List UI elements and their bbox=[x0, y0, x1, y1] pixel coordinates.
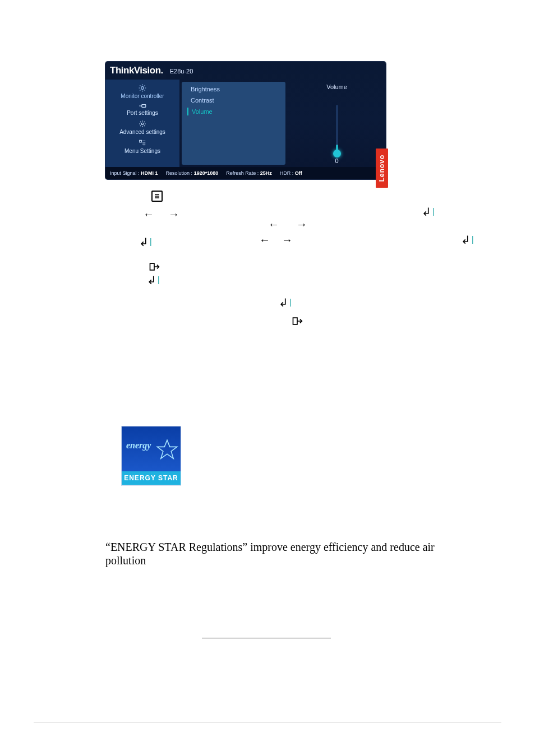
exit-key-icon bbox=[149, 262, 160, 274]
osd-sub-contrast[interactable]: Contrast bbox=[187, 96, 280, 104]
arrow-right-icon: → bbox=[296, 219, 307, 230]
gear-icon bbox=[108, 120, 177, 128]
arrow-left-icon: ← bbox=[259, 234, 270, 245]
enter-key-icon: ↲ bbox=[422, 206, 431, 217]
energy-star-script: energy bbox=[126, 441, 151, 450]
page-footer-rule bbox=[34, 722, 501, 722]
tick-mark: | bbox=[289, 298, 292, 306]
svg-line-7 bbox=[140, 90, 140, 91]
osd-volume-label: Volume bbox=[326, 83, 347, 91]
arrow-left-icon: ← bbox=[143, 208, 154, 220]
osd-volume-panel: Volume 0 bbox=[288, 80, 386, 167]
section-underline bbox=[202, 638, 331, 638]
osd-status-input: Input Signal : HDMI 1 bbox=[110, 167, 158, 179]
menu-icon bbox=[108, 139, 177, 147]
volume-slider-knob[interactable] bbox=[333, 150, 341, 157]
lenovo-tag: Lenovo bbox=[376, 149, 388, 188]
port-icon bbox=[108, 103, 177, 109]
osd-sub-volume[interactable]: Volume bbox=[187, 108, 280, 115]
arrow-right-icon: → bbox=[168, 208, 179, 220]
exit-key-icon bbox=[292, 316, 303, 328]
lenovo-tag-label: Lenovo bbox=[379, 155, 385, 182]
osd-status-bar: Input Signal : HDMI 1 Resolution : 1920*… bbox=[105, 167, 386, 179]
arrow-left-icon: ← bbox=[268, 219, 279, 230]
osd-sidebar: Monitor controller Port settings Advance… bbox=[105, 80, 179, 167]
osd-sidebar-menu-settings[interactable]: Menu Settings bbox=[108, 139, 177, 155]
svg-point-0 bbox=[141, 87, 144, 90]
monitor-osd-photo: ThinkVision. E28u-20 Monitor controller … bbox=[105, 62, 386, 179]
tick-mark: | bbox=[432, 207, 435, 215]
osd-sidebar-monitor-controller[interactable]: Monitor controller bbox=[108, 84, 177, 100]
body-text: “ENERGY STAR Regulations” improve energy… bbox=[105, 540, 453, 567]
osd-brand: ThinkVision. bbox=[110, 64, 163, 77]
osd-status-res: Resolution : 1920*1080 bbox=[166, 167, 219, 179]
svg-line-8 bbox=[145, 85, 145, 86]
energy-star-logo: energy ENERGY STAR bbox=[121, 426, 181, 486]
enter-key-icon: ↲ bbox=[139, 236, 149, 248]
osd-volume-value: 0 bbox=[335, 157, 338, 165]
key-menu-icon bbox=[151, 191, 163, 202]
enter-key-icon: ↲ bbox=[147, 275, 156, 286]
osd-model: E28u-20 bbox=[170, 65, 193, 77]
osd-sidebar-label: Port settings bbox=[108, 110, 177, 117]
svg-rect-9 bbox=[142, 105, 146, 108]
svg-point-11 bbox=[141, 123, 144, 125]
energy-star-bar: ENERGY STAR bbox=[122, 471, 181, 485]
tick-mark: | bbox=[472, 235, 474, 243]
osd-sidebar-label: Menu Settings bbox=[108, 148, 177, 155]
svg-line-5 bbox=[140, 85, 140, 86]
osd-sidebar-label: Monitor controller bbox=[108, 93, 177, 100]
osd-sidebar-advanced-settings[interactable]: Advanced settings bbox=[108, 120, 177, 136]
tick-mark: | bbox=[150, 238, 152, 245]
osd-status-hdr: HDR : Off bbox=[280, 167, 302, 179]
osd-submenu: Brightness Contrast Volume bbox=[182, 82, 285, 165]
sun-icon bbox=[108, 84, 177, 92]
enter-key-icon: ↲ bbox=[461, 234, 471, 245]
enter-key-icon: ↲ bbox=[279, 297, 288, 308]
arrow-right-icon: → bbox=[282, 234, 293, 245]
tick-mark: | bbox=[158, 276, 160, 284]
volume-slider[interactable] bbox=[336, 105, 338, 152]
osd-sub-brightness[interactable]: Brightness bbox=[187, 85, 280, 93]
osd-sidebar-label: Advanced settings bbox=[108, 129, 177, 136]
osd-title-bar: ThinkVision. E28u-20 bbox=[105, 64, 386, 77]
osd-sidebar-port-settings[interactable]: Port settings bbox=[108, 103, 177, 117]
svg-line-6 bbox=[145, 90, 145, 91]
svg-rect-12 bbox=[140, 140, 142, 142]
osd-status-rate: Refresh Rate : 25Hz bbox=[226, 167, 272, 179]
